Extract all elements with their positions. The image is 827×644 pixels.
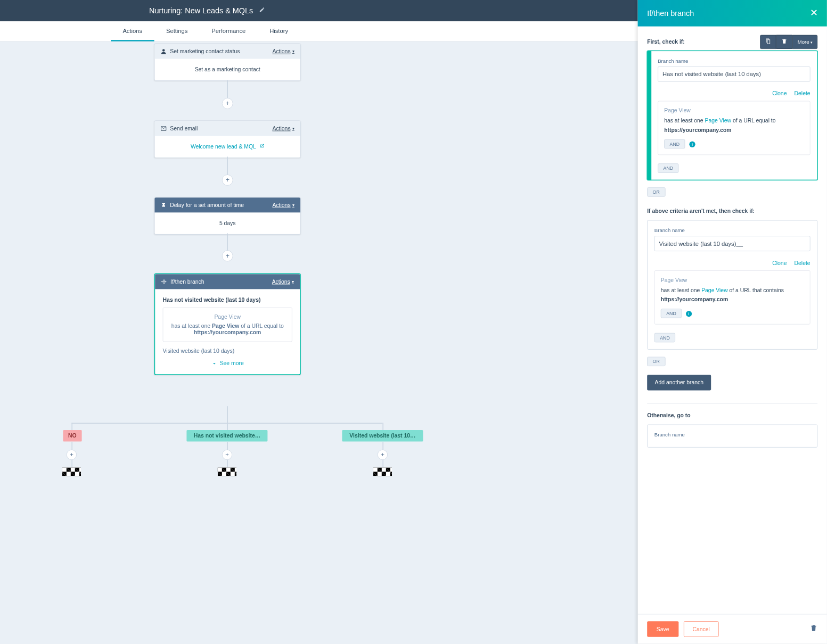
- card-title: Send email: [170, 125, 198, 131]
- filter-box[interactable]: Page View has at least one Page View of …: [658, 101, 810, 155]
- card-header: Send email Actions: [154, 121, 300, 136]
- tab-actions[interactable]: Actions: [111, 21, 154, 42]
- first-check-label: First, check if:: [647, 39, 685, 45]
- external-link-icon: [259, 144, 265, 149]
- clone-link[interactable]: Clone: [772, 90, 787, 97]
- copy-button[interactable]: [760, 35, 776, 49]
- and-pill-inner[interactable]: AND: [661, 309, 682, 318]
- delete-link[interactable]: Delete: [795, 260, 810, 266]
- person-icon: [161, 48, 167, 54]
- branch-vline: [382, 460, 383, 467]
- email-link[interactable]: Welcome new lead & MQL: [191, 144, 256, 150]
- branch-block-2[interactable]: Branch name Clone Delete Page View has a…: [647, 220, 817, 350]
- branch-name-2: Visited website (last 10 days): [163, 348, 292, 354]
- add-step-button[interactable]: +: [67, 450, 77, 460]
- chevron-down-icon: [211, 360, 217, 366]
- end-marker-icon: [373, 467, 392, 476]
- add-step-button[interactable]: +: [378, 450, 388, 460]
- card-body: 5 days: [154, 212, 300, 234]
- info-icon[interactable]: i: [689, 142, 695, 147]
- card-actions-dropdown[interactable]: Actions: [272, 202, 294, 208]
- connector-line: [227, 406, 228, 423]
- end-marker-icon: [218, 467, 236, 476]
- branch-block-otherwise[interactable]: Branch name: [647, 425, 817, 448]
- panel-footer: Save Cancel: [638, 614, 827, 644]
- or-pill[interactable]: OR: [647, 187, 665, 197]
- trash-icon: [781, 38, 787, 44]
- branch-name-label: Branch name: [654, 432, 810, 438]
- branch-toolbar: More: [760, 35, 817, 49]
- card-body: Has not visited website (last 10 days) P…: [155, 289, 300, 374]
- branch-vline: [227, 460, 228, 467]
- card-send-email[interactable]: Send email Actions Welcome new lead & MQ…: [154, 120, 301, 158]
- branch-label-not-visited[interactable]: Has not visited website…: [186, 430, 267, 442]
- page-view-label: Page View: [664, 108, 804, 114]
- save-button[interactable]: Save: [647, 621, 678, 637]
- branch-vline: [71, 460, 72, 467]
- clone-link[interactable]: Clone: [772, 260, 787, 266]
- delete-action-icon[interactable]: [810, 624, 817, 634]
- add-step-button[interactable]: +: [222, 250, 233, 261]
- and-pill-outer[interactable]: AND: [658, 163, 678, 173]
- branch-icon: [161, 279, 167, 285]
- card-body: Welcome new lead & MQL: [154, 136, 300, 158]
- see-more-button[interactable]: See more: [163, 360, 292, 367]
- add-branch-button[interactable]: Add another branch: [647, 375, 711, 391]
- card-actions-dropdown[interactable]: Actions: [272, 48, 294, 54]
- delete-link[interactable]: Delete: [795, 90, 810, 97]
- card-title: Delay for a set amount of time: [170, 202, 244, 208]
- end-marker-icon: [62, 467, 81, 476]
- branch-name-1: Has not visited website (last 10 days): [163, 297, 292, 303]
- panel-title: If/then branch: [647, 9, 694, 18]
- filter-box[interactable]: Page View has at least one Page View of …: [654, 270, 810, 325]
- add-step-button[interactable]: +: [222, 175, 233, 186]
- branch-name-label: Branch name: [654, 227, 810, 233]
- criteria-box: Page View has at least one Page View of …: [163, 308, 292, 342]
- clone-delete-row: Clone Delete: [654, 260, 810, 266]
- tab-performance[interactable]: Performance: [200, 21, 258, 42]
- branch-name-input[interactable]: [658, 67, 810, 82]
- divider: [647, 403, 817, 404]
- filter-line: has at least one Page View of a URL equa…: [664, 116, 804, 135]
- panel-header: If/then branch ✕: [638, 0, 827, 27]
- card-if-then-branch[interactable]: If/then branch Actions Has not visited w…: [154, 274, 301, 375]
- branch-label-visited[interactable]: Visited website (last 10…: [342, 430, 423, 442]
- info-icon[interactable]: i: [686, 311, 692, 317]
- branch-block-1[interactable]: Branch name Clone Delete Page View has a…: [647, 51, 817, 180]
- hourglass-icon: [161, 202, 167, 208]
- tab-settings[interactable]: Settings: [154, 21, 200, 42]
- card-actions-dropdown[interactable]: Actions: [272, 278, 294, 285]
- page-view-link[interactable]: Page View: [701, 287, 728, 293]
- criteria-text: has at least one Page View of a URL equa…: [169, 323, 286, 335]
- and-pill-outer[interactable]: AND: [654, 333, 675, 343]
- delete-button[interactable]: [776, 35, 792, 49]
- branch-label-no[interactable]: NO: [63, 430, 81, 442]
- and-pill-inner[interactable]: AND: [664, 139, 685, 149]
- card-title: If/then branch: [170, 278, 204, 285]
- branch-name-input[interactable]: [654, 236, 810, 251]
- close-icon[interactable]: ✕: [810, 7, 817, 19]
- tab-history[interactable]: History: [258, 21, 300, 42]
- card-actions-dropdown[interactable]: Actions: [272, 125, 294, 131]
- panel-body: First, check if: More Branch name Clone …: [638, 27, 827, 614]
- card-header: If/then branch Actions: [155, 274, 300, 289]
- card-header: Delay for a set amount of time Actions: [154, 197, 300, 212]
- cancel-button[interactable]: Cancel: [684, 621, 719, 637]
- page-view-link[interactable]: Page View: [705, 118, 732, 124]
- more-button[interactable]: More: [792, 35, 817, 49]
- filter-line: has at least one Page View of a URL that…: [661, 286, 804, 304]
- if-not-met-label: If above criteria aren't met, then check…: [647, 208, 817, 214]
- card-body: Set as a marketing contact: [154, 59, 300, 80]
- add-step-button[interactable]: +: [222, 450, 232, 460]
- or-pill[interactable]: OR: [647, 357, 665, 367]
- copy-icon: [765, 38, 771, 44]
- card-title: Set marketing contact status: [170, 48, 240, 54]
- edit-title-icon[interactable]: [259, 7, 265, 14]
- card-delay[interactable]: Delay for a set amount of time Actions 5…: [154, 197, 301, 234]
- workflow-title: Nurturing: New Leads & MQLs: [149, 6, 253, 15]
- page-view-label: Page View: [661, 277, 804, 283]
- branch-name-label: Branch name: [658, 58, 810, 64]
- card-marketing-status[interactable]: Set marketing contact status Actions Set…: [154, 44, 301, 81]
- clone-delete-row: Clone Delete: [658, 90, 810, 97]
- add-step-button[interactable]: +: [222, 98, 233, 109]
